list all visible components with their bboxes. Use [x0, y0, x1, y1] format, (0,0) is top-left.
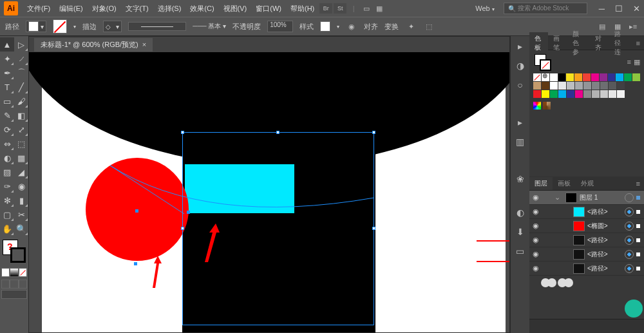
opacity-input[interactable]: 100%	[267, 21, 293, 32]
select-indicator[interactable]	[636, 238, 640, 242]
swatch[interactable]	[600, 73, 607, 81]
align-link[interactable]: 对齐	[364, 22, 378, 32]
layer-name[interactable]: <路径>	[587, 236, 622, 245]
swatch[interactable]	[575, 82, 583, 90]
visibility-icon[interactable]: ◉	[529, 207, 542, 216]
shape-builder-tool[interactable]: ◐	[0, 151, 14, 165]
visibility-icon[interactable]: ◉	[529, 250, 542, 258]
layer-name[interactable]: <路径>	[587, 207, 622, 216]
swatch[interactable]	[575, 90, 583, 98]
fill-stroke-control[interactable]	[1, 238, 27, 264]
menu-select[interactable]: 选择(S)	[154, 3, 185, 15]
draw-normal[interactable]	[1, 280, 10, 289]
none-mode[interactable]	[19, 268, 27, 277]
color-group-2[interactable]	[543, 102, 551, 109]
gradient-tool[interactable]: ◢	[14, 165, 28, 179]
slice-tool[interactable]: ✂	[14, 207, 28, 222]
swatch[interactable]	[542, 90, 549, 98]
mesh-tool[interactable]: ▨	[0, 165, 14, 179]
swatch[interactable]	[550, 82, 558, 90]
bridge-icon[interactable]: Br	[319, 3, 332, 14]
color-icon[interactable]: ◑	[514, 59, 527, 72]
swatch-fill-stroke[interactable]	[533, 53, 551, 71]
swatch-list-icon[interactable]: ≡	[627, 58, 631, 66]
swatch[interactable]	[609, 90, 616, 98]
swatch[interactable]	[558, 73, 566, 81]
swatch[interactable]	[533, 82, 541, 90]
target-icon[interactable]	[625, 250, 634, 259]
doc-tab-close[interactable]: ×	[142, 41, 146, 48]
swatch[interactable]	[542, 82, 549, 90]
swatch[interactable]	[567, 90, 574, 98]
gradient-mode[interactable]	[10, 268, 18, 277]
target-icon[interactable]	[625, 236, 634, 245]
swatch[interactable]	[574, 73, 582, 81]
color-group-1[interactable]	[533, 102, 541, 109]
menu-effect[interactable]: 效果(C)	[186, 3, 218, 15]
stroke-profile[interactable]	[128, 22, 186, 31]
shaper-tool[interactable]: ✎	[0, 108, 14, 122]
anchor-point[interactable]	[134, 262, 137, 265]
target-icon[interactable]	[625, 207, 634, 216]
layer-row[interactable]: ◉ <路径>	[529, 262, 644, 276]
select-indicator[interactable]	[636, 210, 640, 214]
workspace-switcher[interactable]: Web ▾	[475, 5, 494, 12]
layer-name[interactable]: <路径>	[587, 264, 622, 273]
doc-tab[interactable]: 未标题-1* @ 600% (RGB/预览) ×	[34, 38, 153, 52]
target-icon[interactable]	[625, 222, 634, 231]
search-input[interactable]: 🔍搜索 Adobe Stock	[504, 3, 587, 14]
symbols-icon[interactable]: ❀	[514, 173, 527, 186]
eyedropper-tool[interactable]: ✑	[0, 179, 14, 193]
select-indicator[interactable]	[636, 267, 640, 271]
minimize-button[interactable]: ─	[599, 4, 605, 14]
swatch[interactable]	[567, 82, 574, 90]
pen-tool[interactable]: ✒	[0, 66, 14, 80]
libraries-icon[interactable]: ▸	[514, 116, 527, 129]
layer-row[interactable]: ◉ ⌄ 图层 1	[529, 191, 644, 205]
panel-toggle-1[interactable]: ▤	[596, 21, 608, 32]
panel-menu-icon[interactable]: ≡	[632, 39, 644, 47]
swatch[interactable]	[583, 73, 591, 81]
swatch[interactable]	[608, 73, 616, 81]
tab-artboards[interactable]: 画板	[553, 177, 576, 190]
layer-row[interactable]: ◉ <路径>	[529, 233, 644, 247]
type-tool[interactable]: T	[0, 80, 14, 94]
swatch-none[interactable]	[533, 73, 541, 81]
swatch[interactable]	[583, 82, 591, 90]
tab-appearance[interactable]: 外观	[576, 177, 599, 190]
visibility-icon[interactable]: ◉	[529, 222, 542, 230]
stroke-panel-icon[interactable]: ○	[514, 79, 527, 91]
isolate-icon[interactable]: ⬚	[423, 21, 435, 32]
free-transform-tool[interactable]: ⬚	[14, 137, 28, 151]
swatch[interactable]	[583, 90, 591, 98]
swatch[interactable]	[550, 73, 558, 81]
graph-tool[interactable]: ▮	[14, 193, 28, 207]
recolor-icon[interactable]: ◉	[346, 21, 357, 32]
stroke-swatch-box[interactable]	[10, 247, 26, 263]
artboard-panel-icon[interactable]: ▭	[514, 245, 527, 258]
zoom-tool[interactable]: 🔍	[14, 222, 28, 236]
layer-name[interactable]: <椭圆>	[587, 222, 622, 231]
direct-selection-tool[interactable]: ▷	[14, 37, 28, 52]
magic-wand-tool[interactable]: ✦	[0, 52, 14, 66]
menu-file[interactable]: 文件(F)	[23, 3, 54, 15]
menu-object[interactable]: 对象(O)	[88, 3, 120, 15]
stock-icon[interactable]: St	[334, 3, 346, 14]
width-tool[interactable]: ⇔	[0, 137, 14, 151]
layer-row[interactable]: ◉ <路径>	[529, 205, 644, 219]
screen-mode[interactable]	[1, 290, 27, 299]
layer-name[interactable]: <路径>	[587, 250, 622, 259]
asset-export-icon[interactable]: ⬇	[514, 225, 527, 238]
fill-dropdown[interactable]: ▾	[26, 21, 46, 32]
swatch[interactable]	[592, 90, 600, 98]
swatch[interactable]	[609, 82, 616, 90]
swatch[interactable]	[592, 82, 600, 90]
swatch[interactable]	[617, 90, 625, 98]
style-swatch[interactable]	[320, 21, 330, 32]
swatch[interactable]	[600, 90, 608, 98]
line-tool[interactable]: ╱	[14, 80, 28, 94]
target-icon[interactable]	[625, 264, 634, 273]
rectangle-tool[interactable]: ▭	[0, 94, 14, 108]
draw-inside[interactable]	[19, 280, 27, 289]
swatch[interactable]	[550, 90, 558, 98]
